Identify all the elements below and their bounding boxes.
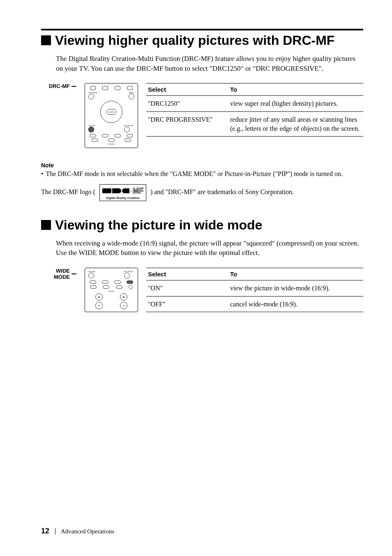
channel-plus-icon: + xyxy=(120,293,127,301)
footer-separator-icon xyxy=(55,528,55,535)
page-footer: 12 Advanced Operations xyxy=(41,527,114,535)
cell2-select-0: "ON" xyxy=(146,280,228,297)
heading-bullet-icon xyxy=(41,220,51,230)
heading-bullet-icon xyxy=(41,35,51,45)
progr-label2: PROGR xyxy=(87,290,136,292)
page-number: 12 xyxy=(41,527,49,535)
section2-intro: When receiving a wide-mode (16:9) signal… xyxy=(56,239,363,258)
channel-minus-icon: – xyxy=(120,302,127,309)
logo-post: ) and "DRC-MF" are trademarks of Sony Co… xyxy=(150,188,294,195)
section1-intro: The Digital Reality Creation-Multi Funct… xyxy=(56,54,363,74)
th-select2: Select xyxy=(146,268,228,280)
pointer-line-icon xyxy=(71,86,76,86)
footer-label: Advanced Operations xyxy=(61,528,114,535)
enter-button: ENTER xyxy=(106,109,116,115)
trademark-line: The DRC-MF logo ( - MF Digital Reality C… xyxy=(41,184,363,201)
cell-to-0: view super real (higher density) picture… xyxy=(228,96,363,112)
logo-pre: The DRC-MF logo ( xyxy=(41,188,95,195)
cell2-to-0: view the picture in wide-mode (16:9). xyxy=(228,280,363,297)
section1-heading: Viewing higher quality pictures with DRC… xyxy=(55,33,334,48)
pip-progr-minus-label2: PIP PROGR – xyxy=(124,271,135,273)
remote-label-drcmf: DRC-MF xyxy=(45,83,70,89)
cell-select-0: "DRC1250" xyxy=(146,96,228,112)
cell-to-1: reduce jitter of any small areas or scan… xyxy=(228,111,363,136)
progr-label: PROGR xyxy=(87,143,136,145)
cell2-select-1: "OFF" xyxy=(146,296,228,312)
th-to: To xyxy=(228,83,363,96)
drc-logo-subtitle: Digital Reality Creation xyxy=(102,196,143,200)
pointer-line-icon xyxy=(71,273,76,274)
note-heading: Note xyxy=(41,162,363,169)
remote-illustration-1: PIP PROGR + MENU ENTER DRC-MF PIP PROGR … xyxy=(85,83,138,148)
wide-mode-table: Select To "ON" view the picture in wide-… xyxy=(146,268,363,312)
volume-minus-icon: – xyxy=(95,302,103,309)
note-text: The DRC-MF mode is not selectable when t… xyxy=(46,169,343,178)
drc-mf-logo-icon: - MF Digital Reality Creation xyxy=(99,184,146,201)
note-bullet: • The DRC-MF mode is not selectable when… xyxy=(41,169,363,178)
remote-illustration-2: DRC-MF PIP PROGR – PROGR + + – – xyxy=(85,268,138,312)
section2-heading: Viewing the picture in wide mode xyxy=(55,218,262,233)
volume-plus-icon: + xyxy=(95,293,103,301)
remote-label-wide: WIDE MODE xyxy=(45,268,70,280)
bullet-icon: • xyxy=(41,169,44,178)
section-rule xyxy=(41,29,363,30)
th-to2: To xyxy=(228,268,363,280)
drc-mf-table: Select To "DRC1250" view super real (hig… xyxy=(146,83,363,137)
cell2-to-1: cancel wide-mode (16:9). xyxy=(228,296,363,312)
cell-select-1: "DRC PROGRESSIVE" xyxy=(146,111,228,136)
th-select: Select xyxy=(146,83,228,96)
